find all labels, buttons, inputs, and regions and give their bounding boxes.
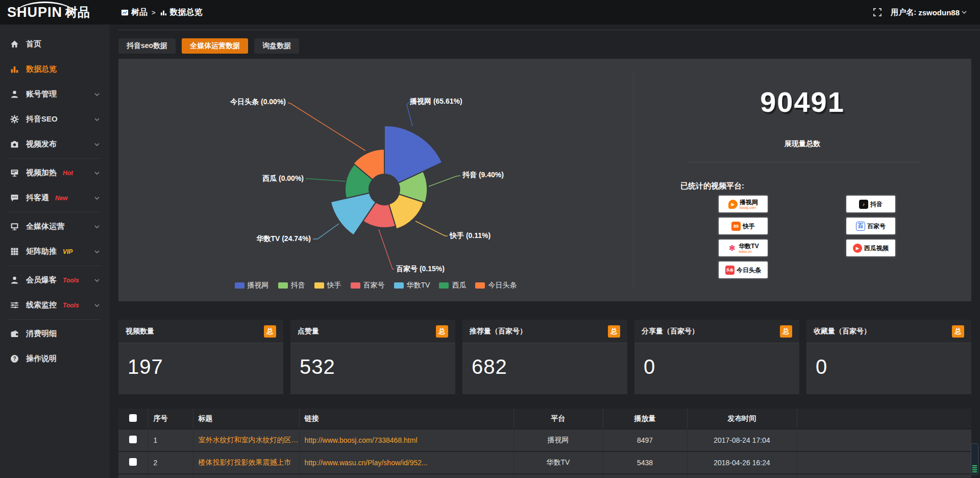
sidebar-item-badge: Hot: [63, 170, 73, 177]
sidebar-item-视频加热[interactable]: 视频加热 Hot: [0, 160, 110, 185]
user-menu[interactable]: 用户名: zswodun88: [891, 8, 967, 17]
sidebar-item-抖客通[interactable]: 抖客通 New: [0, 185, 110, 210]
sidebar-item-账号管理[interactable]: 账号管理: [0, 82, 110, 107]
breadcrumb-home[interactable]: 树品: [121, 7, 148, 18]
gear-icon: [10, 115, 19, 124]
stat-card-收藏量（百家号）: 收藏量（百家号）总0: [806, 320, 971, 394]
video-table: 序号 标题 链接 平台 播放量 发布时间 1 室外水纹灯和室内水纹灯的区别和简介…: [118, 409, 971, 478]
platform-badge-西瓜视频[interactable]: ▶西瓜视频: [846, 240, 895, 256]
tab-media-operation[interactable]: 全媒体运营数据: [182, 38, 248, 54]
platform-badge-subtext: boosj.com: [740, 206, 756, 209]
sidebar-item-label: 视频加热: [26, 168, 57, 178]
cell-plays: 5438: [603, 451, 687, 474]
header-divider: [118, 30, 980, 30]
legend-item-抖音[interactable]: 抖音: [278, 281, 305, 290]
tab-douyin-seo[interactable]: 抖音seo数据: [118, 38, 176, 54]
baijiahao-icon: 百: [856, 222, 865, 231]
legend-label: 今日头条: [488, 281, 517, 290]
grid-icon: [10, 247, 19, 256]
sidebar-item-操作说明[interactable]: ? 操作说明: [0, 346, 110, 371]
tab-inquiry[interactable]: 询盘数据: [254, 38, 299, 54]
cell-time: [687, 474, 797, 478]
pie-slice-播视网[interactable]: [384, 126, 442, 183]
legend-item-百家号[interactable]: 百家号: [351, 281, 385, 290]
platform-badge-播视网[interactable]: ▶播视网boosj.com: [719, 196, 768, 212]
floating-widget[interactable]: [971, 443, 978, 475]
chart-legend: 播视网抖音快手百家号华数TV西瓜今日头条: [118, 281, 633, 290]
sidebar-item-label: 线索监控: [26, 300, 57, 310]
sidebar-item-label: 视频发布: [26, 139, 57, 149]
chat-icon: [10, 194, 19, 202]
video-title-link[interactable]: 楼体投影灯投影效果震撼上市: [199, 458, 299, 467]
total-impressions-value: 90491: [633, 85, 971, 118]
platform-badge-快手[interactable]: 89快手: [719, 218, 768, 234]
col-time: 发布时间: [687, 409, 797, 429]
rose-pie-chart[interactable]: 播视网 (65.61%)抖音 (9.40%)快手 (0.11%)百家号 (0.1…: [118, 59, 633, 301]
platform-badge-抖音[interactable]: ♪抖音: [846, 196, 895, 212]
select-all-checkbox[interactable]: [129, 414, 137, 422]
stat-card-value: 532: [290, 343, 455, 378]
sidebar-item-会员爆客[interactable]: 会员爆客 Tools: [0, 268, 110, 293]
platform-badge-今日头条[interactable]: 头条今日头条: [719, 261, 768, 278]
chevron-down-icon: [94, 143, 100, 146]
sidebar-item-抖音SEO[interactable]: 抖音SEO: [0, 107, 110, 132]
logo-arc: [14, 2, 76, 15]
douyin-icon: ♪: [859, 200, 868, 209]
total-badge[interactable]: 总: [780, 325, 792, 338]
legend-label: 快手: [327, 281, 341, 290]
legend-label: 西瓜: [452, 281, 466, 290]
pie-slice-label: 今日头条 (0.00%): [230, 98, 286, 106]
platform-badge-百家号[interactable]: 百百家号: [846, 218, 895, 234]
chevron-down-icon: [94, 279, 100, 282]
video-url-link[interactable]: http://www.wasu.cn/Play/show/id/952...: [305, 459, 513, 467]
total-badge[interactable]: 总: [436, 325, 448, 338]
cell-extra: [797, 429, 971, 451]
row-checkbox[interactable]: [129, 458, 137, 466]
col-seq: 序号: [148, 409, 193, 429]
platform-badge-name: 播视网: [740, 199, 758, 205]
total-badge[interactable]: 总: [264, 325, 276, 338]
question-icon: ?: [10, 354, 19, 363]
video-url-link[interactable]: http://www.boosj.com/7338468.html: [305, 436, 513, 444]
sidebar-item-视频发布[interactable]: 视频发布: [0, 132, 110, 157]
platform-badge-name: 快手: [743, 223, 755, 229]
sidebar-divider: [9, 319, 101, 320]
cell-plays: 8497: [603, 429, 687, 451]
col-title: 标题: [193, 409, 299, 429]
pie-label-line: [306, 179, 346, 181]
video-table-wrap: 序号 标题 链接 平台 播放量 发布时间 1 室外水纹灯和室内水纹灯的区别和简介…: [118, 409, 971, 478]
breadcrumb-current[interactable]: 数据总览: [160, 7, 203, 18]
pie-label-line: [429, 176, 460, 186]
video-title-link[interactable]: 室外水纹灯和室内水纹灯的区别和简介: [199, 436, 299, 445]
col-platform: 平台: [513, 409, 603, 429]
sidebar-item-数据总览[interactable]: 数据总览: [0, 57, 110, 82]
sidebar-item-线索监控[interactable]: 线索监控 Tools: [0, 293, 110, 318]
legend-item-播视网[interactable]: 播视网: [235, 281, 269, 290]
stat-card-分享量（百家号）: 分享量（百家号）总0: [634, 320, 799, 394]
toutiao-icon: 头条: [725, 266, 734, 275]
pie-label-line: [407, 103, 412, 126]
total-badge[interactable]: 总: [608, 325, 620, 338]
sidebar-item-全媒体运营[interactable]: 全媒体运营: [0, 214, 110, 239]
sidebar-item-首页[interactable]: 首页: [0, 32, 110, 57]
legend-item-快手[interactable]: 快手: [314, 281, 341, 290]
legend-item-今日头条[interactable]: 今日头条: [475, 281, 517, 290]
row-checkbox[interactable]: [129, 436, 137, 443]
total-badge[interactable]: 总: [952, 325, 964, 338]
sidebar-item-矩阵助推[interactable]: 矩阵助推 VIP: [0, 239, 110, 264]
sidebar-item-label: 矩阵助推: [26, 247, 57, 256]
col-plays: 播放量: [603, 409, 687, 429]
legend-item-华数TV[interactable]: 华数TV: [394, 281, 430, 290]
sidebar-item-消费明细[interactable]: 消费明细: [0, 321, 110, 346]
sidebar-divider: [9, 266, 101, 266]
wallet-icon: [10, 329, 19, 338]
platform-badge-华数TV[interactable]: ✻华数TVwasu.cn: [719, 240, 768, 256]
bar-chart-icon: [160, 9, 167, 16]
home-icon: [10, 40, 19, 49]
stat-card-label: 收藏量（百家号）: [814, 327, 871, 336]
chevron-down-icon: [94, 304, 100, 307]
sidebar-item-label: 全媒体运营: [26, 222, 64, 231]
fullscreen-icon[interactable]: [873, 8, 881, 16]
legend-item-西瓜[interactable]: 西瓜: [439, 281, 466, 290]
breadcrumb-label: 数据总览: [170, 7, 203, 18]
